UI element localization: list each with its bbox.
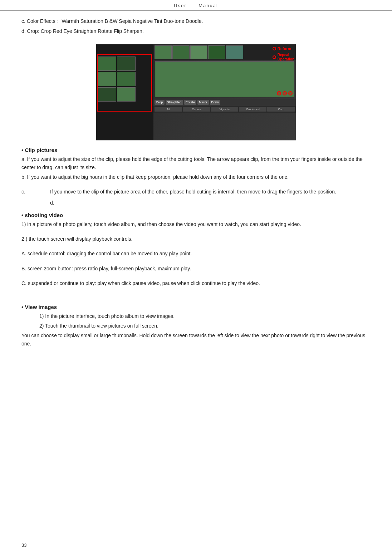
thumb-2 [117,57,136,71]
shooting-video-section: shooting video 1) in a picture of a phot… [21,212,371,287]
thumb-5 [98,87,116,102]
top-thumb-4 [208,45,225,59]
repeal-label: RepealOperation [278,53,294,62]
clip-pictures-section: Clip pictures a. If you want to adjust t… [21,147,371,207]
clip-pictures-title: Clip pictures [21,147,371,153]
clip-para-d: d. [50,199,371,207]
clip-para-c-label: c. [21,188,50,197]
reform-repeal-area: Reform RepealOperation [273,46,294,62]
view-images-para-1: 1) In the picture interface, touch photo… [39,312,371,320]
red-dot-1 [277,91,281,95]
btn-co: Co... [267,107,295,112]
view-images-para-2: 2) Touch the thumbnail to view pictures … [39,322,371,330]
view-images-para-3: You can choose to display small or large… [21,331,371,348]
clip-para-b: b. If you want to adjust the big hours i… [21,173,371,181]
clip-para-a: a. If you want to adjust the size of the… [21,155,371,172]
thumb-4 [117,72,136,86]
line-d-label: d. Crop: [21,28,39,34]
bottom-row: All Curves Vignette Graduated Co... [153,106,296,113]
header-left: User [174,3,186,8]
btn-all: All [155,107,182,112]
tool-rotate: Rotate [184,100,197,105]
repeal-circle [273,55,276,59]
clip-para-c-container: c. If you move to the clip of the pictur… [21,188,371,197]
shooting-para-c: C. suspended or continue to play: play w… [21,279,371,288]
tool-crop: Crop [155,100,165,105]
thumb-3 [98,72,116,86]
line-d-items: Crop Red Eye Straighten Rotate Flip Shar… [41,28,144,34]
thumb-1 [98,57,116,71]
header-right: Manual [199,3,218,8]
ss-left-panel [96,44,153,140]
top-thumb-1 [155,45,172,59]
top-thumb-5 [226,45,243,59]
red-circles-row [277,91,293,95]
shooting-para-b: B. screen zoom button: press ratio play,… [21,265,371,273]
image-section: Reform RepealOperation [21,44,371,141]
btn-vignette: Vignette [211,107,239,112]
page-number: 33 [21,542,26,548]
shooting-para-1: 1) in a picture of a photo gallery, touc… [21,220,371,229]
clip-para-c-text: If you move to the clip of the picture a… [50,188,336,196]
line-c-label: c. Color Effects： [21,18,60,24]
page-content: c. Color Effects： Warmth Saturation B &W… [0,11,392,371]
shooting-para-a: A. schedule control: dragging the contro… [21,250,371,258]
btn-graduated: Graduated [239,107,266,112]
line-d: d. Crop: Crop Red Eye Straighten Rotate … [21,27,371,35]
main-image-area [155,62,294,97]
toolbar-row: Crop Straighten Rotate Mirror Draw [153,99,296,106]
shooting-video-title: shooting video [21,212,371,218]
page-header: User Manual [0,0,392,11]
top-thumb-2 [172,45,190,59]
btn-curves: Curves [183,107,210,112]
thumb-6 [117,87,136,102]
red-dot-3 [288,91,293,95]
red-dot-2 [283,91,287,95]
reform-label: Reform [278,46,291,51]
top-thumb-3 [190,45,207,59]
ss-main-panel: Reform RepealOperation [153,44,296,140]
shooting-para-2: 2.) the touch screen will display playba… [21,235,371,243]
view-images-title: View images [21,304,371,310]
screenshot-image: Reform RepealOperation [96,44,296,141]
line-c: c. Color Effects： Warmth Saturation B &W… [21,17,371,25]
tool-mirror: Mirror [197,100,209,105]
tool-draw: Draw [210,100,220,105]
reform-circle [273,47,276,50]
tool-straighten: Straighten [166,100,183,105]
view-images-section: View images 1) In the picture interface,… [21,304,371,348]
line-c-items: Warmth Saturation B &W Sepia Negative Ti… [62,18,203,24]
screenshot-sim: Reform RepealOperation [96,44,296,140]
